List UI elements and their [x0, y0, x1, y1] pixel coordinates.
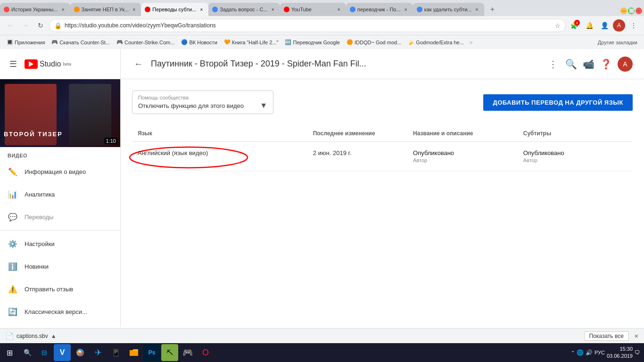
taskbar-app-v[interactable]: V: [54, 344, 71, 361]
translations-table-container: Язык Последнее изменение Название и опис…: [132, 125, 633, 171]
sidebar-item-feedback[interactable]: ⚠️ Отправить отзыв: [0, 278, 120, 300]
taskbar-app-minecraft[interactable]: ⛏: [161, 344, 178, 361]
sidebar-item-info[interactable]: ✏️ Информация о видео: [0, 160, 120, 183]
bookmark-halflife[interactable]: 🧡 Книга "Half-Life 2...": [221, 38, 281, 46]
community-value-text: Отключить функцию для этого видео: [138, 102, 244, 109]
taskbar-app-photoshop[interactable]: Ps: [143, 344, 160, 361]
table-row: Английский (язык видео) 2 июн. 2019 г. О…: [132, 142, 633, 171]
translations-content: Помощь сообщества Отключить функцию для …: [121, 79, 644, 182]
content-area: ← Паутинник - Второй Тизер - 2019 - Spid…: [121, 49, 644, 327]
back-nav-button[interactable]: ←: [4, 19, 17, 32]
taskbar-date-value: 03.06.2019: [607, 353, 633, 360]
start-button[interactable]: ⊞: [0, 343, 19, 362]
tab-title-6: переводчик - По...: [357, 7, 401, 12]
more-options-button[interactable]: ⋮: [546, 57, 560, 72]
bookmark-iddqd[interactable]: 🟠 IDDQD~ God mod...: [344, 38, 404, 46]
lock-icon: 🔒: [54, 22, 62, 29]
taskbar-app-viber[interactable]: 📱: [107, 344, 124, 361]
address-bar[interactable]: 🔒 https://studio.youtube.com/video/zyymY…: [49, 19, 566, 32]
taskbar-app-task-view[interactable]: ⊟: [36, 344, 53, 361]
refresh-nav-button[interactable]: ↻: [34, 19, 47, 32]
taskbar-app-opera[interactable]: O: [197, 344, 214, 361]
community-value: Отключить функцию для этого видео ▼: [138, 101, 267, 110]
page-header: ← Паутинник - Второй Тизер - 2019 - Spid…: [121, 49, 644, 79]
sidebar-item-news[interactable]: ℹ️ Новинки: [0, 255, 120, 278]
tab-close-1[interactable]: ×: [60, 6, 66, 13]
tab-close-2[interactable]: ×: [131, 6, 137, 13]
taskbar-network-icon[interactable]: 🌐: [577, 349, 584, 356]
sidebar-item-settings[interactable]: ⚙️ Настройки: [0, 232, 120, 255]
video-thumbnail[interactable]: ВТОРОЙ ТИЗЕР 1:10: [0, 79, 121, 147]
youtube-studio-logo[interactable]: Studio beta: [25, 59, 71, 69]
header-profile-avatar[interactable]: A: [618, 57, 633, 72]
add-translation-button[interactable]: ДОБАВИТЬ ПЕРЕВОД НА ДРУГОЙ ЯЗЫК: [483, 94, 633, 111]
browser-tab-4[interactable]: Задать вопрос - С... ×: [208, 3, 280, 16]
extensions-button[interactable]: 🧩 4: [568, 19, 581, 32]
translator-label: Переводчик Google: [293, 40, 340, 45]
back-button[interactable]: ←: [132, 57, 145, 71]
browser-tab-2[interactable]: Занятие НЕП в Ук... ×: [70, 3, 141, 16]
taskbar-volume-icon[interactable]: 🔊: [586, 349, 593, 356]
col-header-title: Название и описание: [407, 125, 518, 142]
tab-close-7[interactable]: ×: [474, 6, 480, 13]
bookmark-counter-com[interactable]: 🎮 Counter-Strike.Com...: [114, 38, 177, 46]
sidebar-item-analytics[interactable]: 📊 Аналитика: [0, 183, 120, 206]
new-tab-button[interactable]: +: [486, 3, 499, 16]
profile-avatar[interactable]: A: [613, 19, 625, 32]
tab-close-4[interactable]: ×: [270, 6, 276, 13]
bookmark-godmode[interactable]: 🍌 Godmode/Extra he...: [405, 38, 467, 46]
show-all-button[interactable]: Показать все: [584, 331, 629, 341]
taskbar-notification-icon[interactable]: 🗨: [635, 349, 640, 356]
sidebar-item-subtitles[interactable]: 💬 Переводы: [0, 206, 120, 228]
menu-button[interactable]: ⋮: [627, 19, 640, 32]
taskbar-right: ⌃ 🌐 🔊 РУС 15:30 03.06.2019 🗨: [571, 346, 644, 360]
bookmark-counter-st[interactable]: 🎮 Скачать Counter-St...: [49, 38, 113, 46]
bookmarks-bar: 🔳 Приложения 🎮 Скачать Counter-St... 🎮 C…: [0, 35, 644, 49]
tab-title-2: Занятие НЕП в Ук...: [82, 7, 129, 12]
tab-close-5[interactable]: ×: [336, 6, 342, 13]
pencil-icon: ✏️: [8, 166, 18, 177]
download-chevron-icon[interactable]: ▲: [51, 333, 57, 339]
maximize-button[interactable]: ⬜: [628, 8, 635, 14]
download-bar-close-button[interactable]: ×: [635, 332, 638, 340]
notification-bell-button[interactable]: 🔔: [583, 19, 596, 32]
tab-favicon-5: [284, 7, 289, 12]
subtitle-status-cell: Опубликовано Автор: [518, 142, 633, 171]
browser-tab-5[interactable]: YouTube ×: [280, 3, 346, 16]
bookmark-vk[interactable]: 🔵 ВК Новости: [178, 38, 220, 46]
search-icon[interactable]: 🔍: [565, 58, 577, 70]
minimize-button[interactable]: —: [620, 8, 627, 14]
col-header-subtitles: Субтитры: [518, 125, 633, 142]
download-file-item: 📄 captions.sbv ▲: [6, 332, 57, 340]
taskbar-search-button[interactable]: 🔍: [20, 345, 35, 360]
browser-tab-6[interactable]: переводчик - По... ×: [346, 3, 413, 16]
bookmark-star-icon[interactable]: ☆: [555, 22, 561, 29]
forward-nav-button[interactable]: →: [19, 19, 32, 32]
bookmark-translator[interactable]: 🔤 Переводчик Google: [282, 38, 343, 46]
taskbar-app-telegram[interactable]: ✈: [90, 344, 107, 361]
user-profile-button[interactable]: 👤: [598, 19, 611, 32]
help-icon[interactable]: ❓: [600, 58, 612, 70]
bookmark-other[interactable]: Другие закладки: [595, 39, 640, 46]
browser-tab-7[interactable]: как удалить субти... ×: [413, 3, 484, 16]
taskbar-app-chrome[interactable]: [72, 344, 89, 361]
sidebar-item-classic[interactable]: 🔄 Классическая верси...: [0, 300, 120, 323]
browser-tab-3[interactable]: Переводы субти... ×: [141, 3, 208, 16]
video-duration: 1:10: [104, 138, 118, 144]
video-overlay-text: ВТОРОЙ ТИЗЕР: [4, 131, 63, 138]
hamburger-menu-icon[interactable]: ☰: [8, 57, 19, 71]
community-dropdown[interactable]: Помощь сообщества Отключить функцию для …: [132, 90, 273, 114]
sidebar-item-label-settings: Настройки: [25, 240, 55, 247]
taskbar-up-arrow[interactable]: ⌃: [571, 350, 575, 355]
bookmark-apps[interactable]: 🔳 Приложения: [4, 38, 48, 46]
browser-tab-1[interactable]: История Украины... ×: [0, 3, 70, 16]
window-close-button[interactable]: ×: [636, 8, 642, 14]
taskbar-app-game[interactable]: 🎮: [179, 344, 196, 361]
video-camera-icon[interactable]: 📹: [583, 58, 594, 70]
taskbar-app-folder[interactable]: [125, 344, 142, 361]
tab-close-3[interactable]: ×: [198, 6, 205, 13]
taskbar-language: РУС: [594, 350, 605, 355]
tab-close-6[interactable]: ×: [403, 6, 409, 13]
sidebar-item-label-subtitles: Переводы: [25, 214, 54, 221]
other-bookmarks-label: Другие закладки: [598, 40, 637, 45]
